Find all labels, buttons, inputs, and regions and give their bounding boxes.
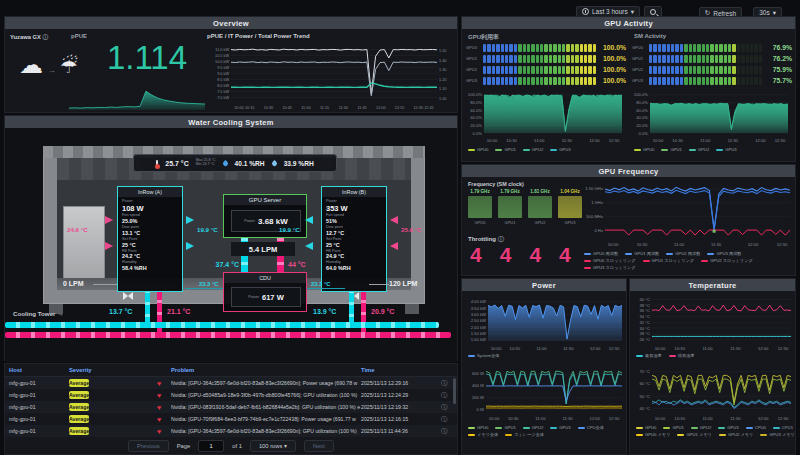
- page-number-input[interactable]: 1: [198, 440, 224, 452]
- alert-host[interactable]: mfg-gpu-01: [9, 428, 69, 434]
- next-page-button[interactable]: Next: [304, 440, 334, 452]
- alert-problem[interactable]: Nvidia: [GPU-083f1916-5daf-deb7-fb61-b82…: [171, 404, 361, 410]
- col-time[interactable]: Time: [361, 367, 441, 373]
- legend-item[interactable]: CPU1: [773, 425, 793, 430]
- info-icon[interactable]: ⓘ: [441, 379, 453, 388]
- svg-text:60 °C: 60 °C: [639, 381, 650, 386]
- info-icon[interactable]: ⓘ: [498, 236, 504, 242]
- legend-item[interactable]: メモリ全体: [468, 432, 498, 437]
- legend-item[interactable]: CPU全体: [578, 425, 604, 430]
- legend-item[interactable]: GPU3: [718, 425, 738, 430]
- col-host[interactable]: Host: [9, 367, 69, 373]
- legend-item[interactable]: GPU2: [523, 147, 543, 152]
- gauge-label: GPU1: [466, 56, 483, 61]
- info-icon[interactable]: ⓘ: [441, 391, 453, 400]
- gpu-util-chart[interactable]: 100.0%80.0%60.0%40.0%20.0%0.0%10:0010:30…: [464, 91, 626, 143]
- legend-item[interactable]: GPU1: [495, 425, 515, 430]
- table-row[interactable]: mfg-gpu-01Average♥Nvidia: [GPU-d50485a9-…: [5, 389, 457, 401]
- svg-text:12:15: 12:15: [395, 106, 405, 110]
- info-icon[interactable]: ⓘ: [441, 403, 453, 412]
- legend-item[interactable]: GPU0: [468, 425, 488, 430]
- svg-text:500 MHz: 500 MHz: [586, 214, 603, 219]
- svg-text:10:30: 10:30: [510, 346, 521, 351]
- legend-item[interactable]: GPU2 スロットリング: [701, 258, 753, 263]
- legend-item[interactable]: GPU1: [663, 425, 683, 430]
- alert-host[interactable]: mfg-gpu-01: [9, 404, 69, 410]
- component-temperature-chart[interactable]: 70 °C60 °C50 °C40 °C10:0010:3011:0011:30…: [632, 365, 795, 421]
- gpu-frequency-title[interactable]: GPU Frequency: [462, 165, 795, 177]
- alert-problem[interactable]: Nvidia: [GPU-364c3597-6e0d-bf20-83a8-83e…: [171, 380, 361, 386]
- info-icon[interactable]: ⓘ: [441, 427, 453, 436]
- power-trend-chart[interactable]: 11.0 kW10.5 kW10.0 kW9.5 kW9.0 kW8.5 kW8…: [205, 43, 455, 110]
- table-row[interactable]: mfg-gpu-01Average♥Nvidia: [GPU-364c3597-…: [5, 425, 457, 437]
- legend-item[interactable]: GPU2 メモリ: [719, 432, 753, 437]
- alert-host[interactable]: mfg-gpu-01: [9, 392, 69, 398]
- legend-item[interactable]: GPU2 周波数: [666, 251, 700, 256]
- legend-item[interactable]: CPU0: [746, 425, 766, 430]
- power-panel-title[interactable]: Power: [462, 279, 626, 291]
- rows-per-page-select[interactable]: 100 rows ▾: [250, 440, 296, 452]
- legend-item[interactable]: GPU3 メモリ: [760, 432, 794, 437]
- legend-item[interactable]: System全体: [468, 353, 499, 358]
- legend-item[interactable]: GPU0: [634, 147, 654, 152]
- legend-item[interactable]: GPU0: [468, 147, 488, 152]
- col-problem[interactable]: Problem: [171, 367, 361, 373]
- svg-text:1.10: 1.10: [439, 87, 446, 91]
- legend-item[interactable]: GPU2: [689, 147, 709, 152]
- alert-problem[interactable]: Nvidia: [GPU-d50485a9-18e9-3f0b-497b-db8…: [171, 392, 361, 398]
- previous-page-button[interactable]: Previous: [128, 440, 169, 452]
- col-severity[interactable]: Severity: [69, 367, 157, 373]
- page-of-label: of 1: [232, 443, 242, 449]
- cooling-panel-title[interactable]: Water Cooling System: [5, 116, 457, 128]
- gpu-activity-title[interactable]: GPU Activity: [462, 17, 795, 29]
- svg-text:11:15: 11:15: [320, 106, 329, 110]
- alert-host[interactable]: mfg-gpu-01: [9, 416, 69, 422]
- info-icon[interactable]: ⓘ: [43, 34, 49, 40]
- alert-host[interactable]: mfg-gpu-01: [9, 380, 69, 386]
- legend-item[interactable]: GPU2: [523, 425, 543, 430]
- arrow-right-icon: →: [57, 310, 63, 317]
- valve-icon: [123, 292, 133, 300]
- svg-text:12:00: 12:00: [755, 138, 766, 143]
- heart-icon: ♥: [157, 380, 171, 387]
- alert-problem[interactable]: Nvidia: [GPU-364c3597-6e0d-bf20-83a8-83e…: [171, 428, 361, 434]
- table-row[interactable]: mfg-gpu-01Average♥Nvidia: [GPU-70f9f684-…: [5, 413, 457, 425]
- legend-item[interactable]: 吸気温度: [636, 353, 662, 358]
- connector-line: [307, 288, 345, 289]
- legend-item[interactable]: GPU3 周波数: [707, 251, 741, 256]
- system-power-chart[interactable]: 4.00 kW3.50 kW3.00 kW2.50 kW2.00 kW1.50 …: [464, 295, 626, 351]
- table-row[interactable]: mfg-gpu-01Average♥Nvidia: [GPU-083f1916-…: [5, 401, 457, 413]
- legend-item[interactable]: GPU1: [495, 147, 515, 152]
- frequency-chart[interactable]: 1.50 GHz1 GHz500 MHz0 Hz10:0010:3011:001…: [580, 181, 794, 247]
- temperature-panel-title[interactable]: Temperature: [630, 279, 795, 291]
- legend-item[interactable]: GPU0 周波数: [584, 251, 618, 256]
- legend-item[interactable]: GPU0: [636, 425, 656, 430]
- svg-text:10:00: 10:00: [234, 106, 244, 110]
- legend-item[interactable]: 排気温度: [669, 353, 695, 358]
- legend-item[interactable]: GPU2: [691, 425, 711, 430]
- component-power-chart[interactable]: 600 W400 W200 W0 W10:0010:3011:0011:3012…: [464, 365, 626, 421]
- legend-item[interactable]: GPU1: [661, 147, 681, 152]
- info-icon[interactable]: ⓘ: [441, 415, 453, 424]
- legend-item[interactable]: GPU3: [716, 147, 736, 152]
- air-temperature-chart[interactable]: 40 °C38 °C36 °C34 °C32 °C30 °C28 °C26 °C…: [632, 295, 795, 351]
- gpu-gauge-row: GPU375.7%: [632, 76, 792, 85]
- overview-panel-title[interactable]: Overview: [5, 17, 457, 29]
- table-scrollbar[interactable]: [453, 378, 456, 404]
- table-row[interactable]: mfg-gpu-01Average♥Nvidia: [GPU-364c3597-…: [5, 377, 457, 389]
- legend-item[interactable]: ストレージ全体: [505, 432, 544, 437]
- svg-text:9.5 kW: 9.5 kW: [217, 66, 229, 70]
- sm-activity-chart[interactable]: 100.0%80.0%60.0%40.0%20.0%0.0%10:0010:30…: [630, 91, 792, 143]
- legend-item[interactable]: GPU0 メモリ: [636, 432, 670, 437]
- legend-item[interactable]: GPU1 周波数: [625, 251, 659, 256]
- legend-item[interactable]: GPU3 スロットリング: [584, 265, 636, 270]
- legend-item[interactable]: GPU1 スロットリング: [643, 258, 695, 263]
- alert-problem[interactable]: Nvidia: [GPU-70f9f684-6ee3-bf79-74b9-ec7…: [171, 416, 361, 422]
- legend-item[interactable]: GPU1 メモリ: [677, 432, 711, 437]
- legend-item[interactable]: GPU0 スロットリング: [584, 258, 636, 263]
- svg-text:10:30: 10:30: [264, 106, 274, 110]
- legend-item[interactable]: GPU3: [550, 425, 570, 430]
- cold-air-arrow: [305, 242, 313, 250]
- loop-temp-2: 21.1 °C: [167, 308, 190, 315]
- legend-item[interactable]: GPU3: [550, 147, 570, 152]
